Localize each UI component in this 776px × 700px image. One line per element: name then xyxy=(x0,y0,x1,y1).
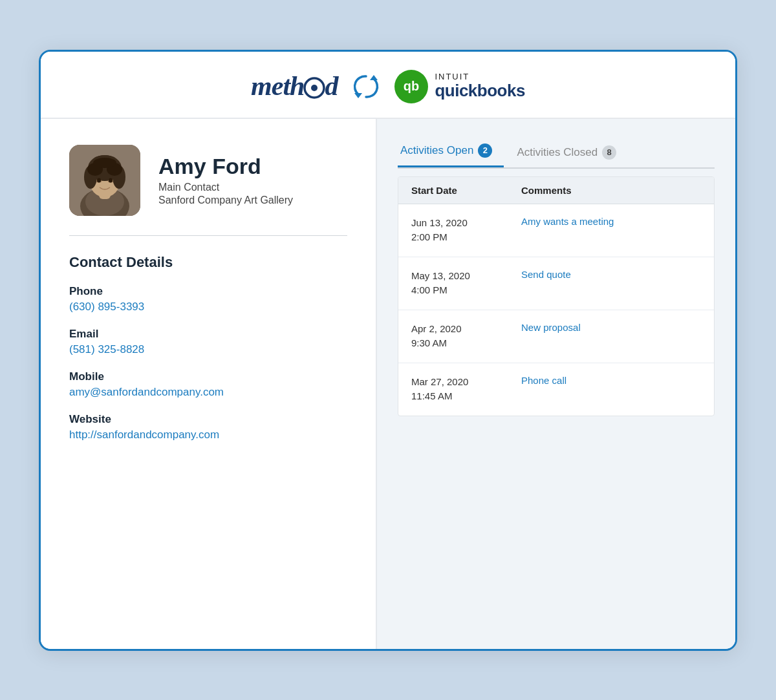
phone-value[interactable]: (630) 895-3393 xyxy=(69,301,347,313)
row-comment-1[interactable]: Send quote xyxy=(521,269,701,280)
website-value[interactable]: http://sanfordandcompany.com xyxy=(69,429,347,441)
email-value[interactable]: (581) 325-8828 xyxy=(69,343,347,356)
quickbooks-logo: qb INTUIT quickbooks xyxy=(394,70,524,103)
contact-role: Main Contact xyxy=(158,182,293,193)
table-row: Mar 27, 202011:45 AM Phone call xyxy=(398,363,714,416)
svg-point-1 xyxy=(311,85,318,91)
activities-table: Start Date Comments Jun 13, 20202:00 PM … xyxy=(398,176,715,416)
qb-text: INTUIT quickbooks xyxy=(435,72,524,100)
row-date-2: Apr 2, 20209:30 AM xyxy=(411,322,521,351)
row-comment-3[interactable]: Phone call xyxy=(521,375,701,386)
main-card: meth d qb xyxy=(39,50,737,651)
tab-divider xyxy=(398,167,715,169)
svg-point-21 xyxy=(109,178,113,182)
table-body: Jun 13, 20202:00 PM Amy wants a meeting … xyxy=(398,204,714,416)
phone-label: Phone xyxy=(69,285,347,298)
website-field: Website http://sanfordandcompany.com xyxy=(69,413,347,441)
mobile-field: Mobile amy@sanfordandcompany.com xyxy=(69,370,347,399)
sync-icon xyxy=(349,70,383,103)
col-date-header: Start Date xyxy=(411,185,521,196)
qb-circle-icon: qb xyxy=(394,70,428,103)
right-panel: Activities Open 2 Activities Closed 8 St… xyxy=(377,119,735,649)
mobile-label: Mobile xyxy=(69,370,347,383)
qb-intuit-label: INTUIT xyxy=(435,72,524,81)
tab-activities-closed[interactable]: Activities Closed 8 xyxy=(514,139,628,167)
table-header: Start Date Comments xyxy=(398,177,714,204)
qb-quickbooks-label: quickbooks xyxy=(435,81,524,100)
tab-open-badge: 2 xyxy=(478,143,492,158)
row-date-1: May 13, 20204:00 PM xyxy=(411,269,521,298)
tab-closed-label: Activities Closed xyxy=(517,146,598,159)
table-row: May 13, 20204:00 PM Send quote xyxy=(398,257,714,310)
contact-name: Amy Ford xyxy=(158,154,293,179)
mobile-value[interactable]: amy@sanfordandcompany.com xyxy=(69,386,347,399)
row-comment-0[interactable]: Amy wants a meeting xyxy=(521,216,701,227)
table-row: Apr 2, 20209:30 AM New proposal xyxy=(398,310,714,363)
email-label: Email xyxy=(69,328,347,341)
row-date-0: Jun 13, 20202:00 PM xyxy=(411,216,521,245)
tabs: Activities Open 2 Activities Closed 8 xyxy=(398,137,715,167)
email-field: Email (581) 325-8828 xyxy=(69,328,347,356)
header: meth d qb xyxy=(41,52,735,119)
row-date-3: Mar 27, 202011:45 AM xyxy=(411,375,521,404)
section-divider xyxy=(69,235,347,236)
tab-activities-open[interactable]: Activities Open 2 xyxy=(398,137,504,167)
svg-marker-3 xyxy=(354,93,362,98)
contact-details-title: Contact Details xyxy=(69,254,347,271)
row-comment-2[interactable]: New proposal xyxy=(521,322,701,333)
contact-header: Amy Ford Main Contact Sanford Company Ar… xyxy=(69,145,347,216)
phone-field: Phone (630) 895-3393 xyxy=(69,285,347,313)
col-comments-header: Comments xyxy=(521,185,701,196)
svg-point-20 xyxy=(97,178,101,182)
contact-name-block: Amy Ford Main Contact Sanford Company Ar… xyxy=(158,154,293,206)
main-content: Amy Ford Main Contact Sanford Company Ar… xyxy=(41,119,735,649)
tab-open-label: Activities Open xyxy=(400,144,473,157)
method-logo: meth d xyxy=(251,70,338,101)
avatar xyxy=(69,145,140,216)
left-panel: Amy Ford Main Contact Sanford Company Ar… xyxy=(41,119,377,649)
website-label: Website xyxy=(69,413,347,426)
svg-marker-2 xyxy=(370,75,378,80)
svg-text:qb: qb xyxy=(404,79,419,93)
tab-closed-badge: 8 xyxy=(602,145,616,160)
contact-company: Sanford Company Art Gallery xyxy=(158,195,293,206)
svg-point-17 xyxy=(93,158,116,168)
table-row: Jun 13, 20202:00 PM Amy wants a meeting xyxy=(398,204,714,257)
